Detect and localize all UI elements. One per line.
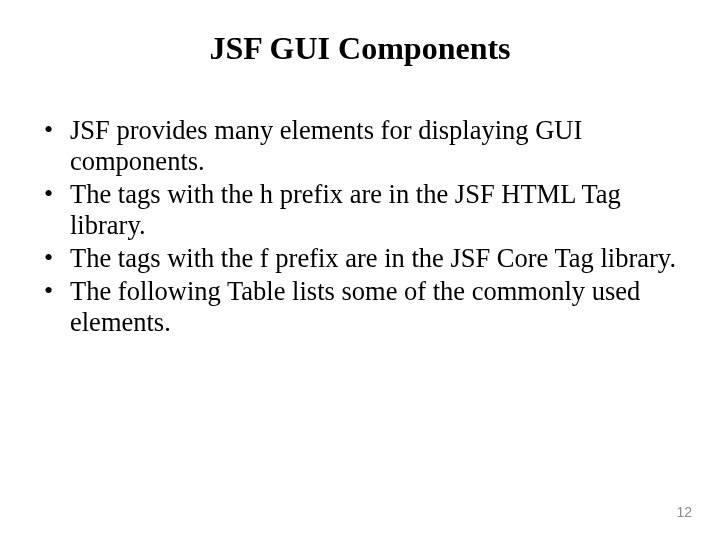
list-item: The following Table lists some of the co… (44, 276, 684, 338)
page-number: 12 (676, 504, 692, 520)
bullet-list: JSF provides many elements for displayin… (36, 115, 684, 338)
list-item: The tags with the f prefix are in the JS… (44, 243, 684, 274)
list-item: JSF provides many elements for displayin… (44, 115, 684, 177)
list-item: The tags with the h prefix are in the JS… (44, 179, 684, 241)
slide-title: JSF GUI Components (36, 30, 684, 67)
